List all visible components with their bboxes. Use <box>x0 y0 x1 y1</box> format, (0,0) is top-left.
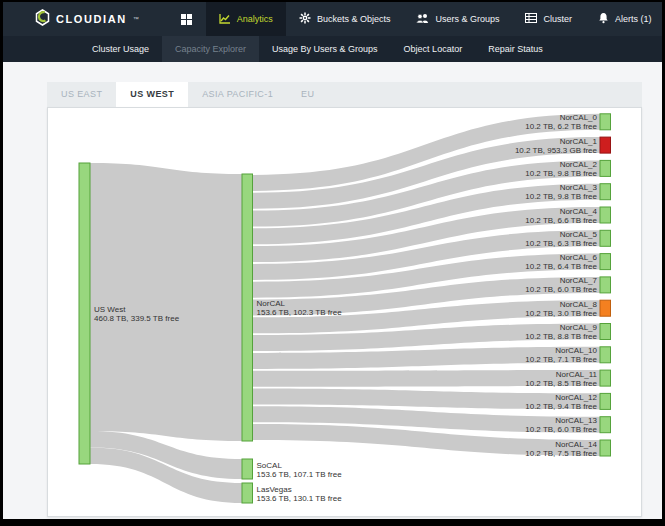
label-norcal_7-capacity: 10.2 TB, 6.0 TB free <box>525 285 597 294</box>
node-norcal_11[interactable] <box>600 370 611 386</box>
label-lasvegas: LasVegas <box>257 485 292 494</box>
label-norcal_12: NorCAL_12 <box>555 393 597 402</box>
tab-us-west[interactable]: US WEST <box>116 82 188 107</box>
label-norcal_6: NorCAL_6 <box>560 253 598 262</box>
nav-alerts[interactable]: Alerts (1) <box>585 2 662 36</box>
label-norcal_2: NorCAL_2 <box>560 160 598 169</box>
label-norcal_10: NorCAL_10 <box>555 346 597 355</box>
node-norcal_7[interactable] <box>600 277 611 293</box>
label-norcal_4: NorCAL_4 <box>560 207 598 216</box>
label-norcal_8-capacity: 10.2 TB, 3.0 TB free <box>525 309 597 318</box>
label-norcal_10-capacity: 10.2 TB, 7.1 TB free <box>525 355 597 364</box>
nav-users-groups[interactable]: Users & Groups <box>403 2 512 36</box>
label-norcal_3-capacity: 10.2 TB, 9.8 TB free <box>525 192 597 201</box>
nav-buckets-objects[interactable]: Buckets & Objects <box>286 2 404 36</box>
label-norcal: NorCAL <box>257 299 286 308</box>
tab-us-east[interactable]: US EAST <box>47 82 116 107</box>
brand-name: CLOUDIAN <box>56 13 127 25</box>
label-norcal_9: NorCAL_9 <box>560 323 598 332</box>
label-norcal_2-capacity: 10.2 TB, 9.8 TB free <box>525 169 597 178</box>
label-socal-capacity: 153.6 TB, 107.1 TB free <box>257 470 343 479</box>
label-norcal_7: NorCAL_7 <box>560 276 598 285</box>
subnav-usage-by-users-groups[interactable]: Usage By Users & Groups <box>259 36 391 62</box>
label-socal: SoCAL <box>257 461 283 470</box>
label-norcal_6-capacity: 10.2 TB, 6.4 TB free <box>525 262 597 271</box>
node-norcal[interactable] <box>242 174 253 441</box>
cloudian-shield-icon <box>35 9 50 30</box>
label-norcal_5-capacity: 10.2 TB, 6.3 TB free <box>525 239 597 248</box>
label-norcal_1-capacity: 10.2 TB, 953.3 GB free <box>515 146 598 155</box>
label-norcal_9-capacity: 10.2 TB, 8.8 TB free <box>525 332 597 341</box>
label-norcal_13-capacity: 10.2 TB, 6.0 TB free <box>525 425 597 434</box>
node-lasvegas[interactable] <box>242 483 253 503</box>
region-tabs: US EAST US WEST ASIA PACIFIC-1 EU <box>47 82 642 107</box>
main-menu: Analytics Buckets & Object <box>206 2 662 36</box>
node-norcal_10[interactable] <box>600 347 611 363</box>
node-norcal_6[interactable] <box>600 254 611 270</box>
nav-analytics[interactable]: Analytics <box>206 2 286 36</box>
node-norcal_3[interactable] <box>600 184 611 200</box>
node-socal[interactable] <box>242 459 253 479</box>
label-norcal_3: NorCAL_3 <box>560 183 598 192</box>
node-norcal_12[interactable] <box>600 393 611 409</box>
node-norcal_8[interactable] <box>600 300 611 316</box>
label-norcal_14-capacity: 10.2 TB, 7.5 TB free <box>525 449 597 458</box>
node-norcal_13[interactable] <box>600 417 611 433</box>
label-norcal_1: NorCAL_1 <box>560 137 598 146</box>
node-norcal_1[interactable] <box>600 137 611 153</box>
label-norcal_4-capacity: 10.2 TB, 6.6 TB free <box>525 216 597 225</box>
label-norcal_11: NorCAL_11 <box>556 370 598 379</box>
analytics-chart-icon <box>219 13 231 26</box>
subnav-object-locator[interactable]: Object Locator <box>391 36 476 62</box>
label-lasvegas-capacity: 153.6 TB, 130.1 TB free <box>257 494 343 503</box>
bell-icon <box>598 12 609 26</box>
nav-cluster[interactable]: Cluster <box>512 2 585 36</box>
node-norcal_4[interactable] <box>600 207 611 223</box>
tab-asia-pacific-1[interactable]: ASIA PACIFIC-1 <box>188 82 287 107</box>
label-norcal_8: NorCAL_8 <box>560 300 598 309</box>
analytics-subnav: Cluster Usage Capacity Explorer Usage By… <box>3 36 662 62</box>
subnav-cluster-usage[interactable]: Cluster Usage <box>79 36 162 62</box>
users-icon <box>416 13 429 26</box>
node-norcal_9[interactable] <box>600 324 611 340</box>
node-us west[interactable] <box>79 163 90 464</box>
subnav-capacity-explorer[interactable]: Capacity Explorer <box>162 36 259 62</box>
node-norcal_5[interactable] <box>600 230 611 246</box>
label-norcal_0-capacity: 10.2 TB, 6.2 TB free <box>525 122 597 131</box>
label-norcal_0: NorCAL_0 <box>560 113 598 122</box>
label-norcal_12-capacity: 10.2 TB, 9.4 TB free <box>525 402 597 411</box>
top-navigation: CLOUDIAN ™ Analytics <box>3 2 662 36</box>
cluster-grid-icon <box>525 13 537 25</box>
brand-trademark: ™ <box>133 16 139 22</box>
label-us west-capacity: 460.8 TB, 339.5 TB free <box>94 314 180 323</box>
cloudian-logo[interactable]: CLOUDIAN ™ <box>35 2 139 36</box>
label-norcal_13: NorCAL_13 <box>555 416 597 425</box>
capacity-sankey-panel: US West460.8 TB, 339.5 TB freeNorCAL153.… <box>47 107 642 517</box>
label-us west: US West <box>94 305 126 314</box>
gear-icon <box>299 12 311 26</box>
label-norcal_11-capacity: 10.2 TB, 8.5 TB free <box>525 379 597 388</box>
app-window: CLOUDIAN ™ Analytics <box>3 2 662 519</box>
label-norcal_14: NorCAL_14 <box>555 440 597 449</box>
label-norcal-capacity: 153.6 TB, 102.3 TB free <box>257 308 343 317</box>
label-norcal_5: NorCAL_5 <box>560 230 598 239</box>
tab-eu[interactable]: EU <box>287 82 328 107</box>
subnav-repair-status[interactable]: Repair Status <box>475 36 556 62</box>
node-norcal_14[interactable] <box>600 440 611 456</box>
app-grid-icon[interactable] <box>181 2 192 36</box>
link-uswest-norcal <box>90 163 242 441</box>
capacity-sankey-chart: US West460.8 TB, 339.5 TB freeNorCAL153.… <box>48 108 641 516</box>
node-norcal_0[interactable] <box>600 114 611 130</box>
capacity-explorer-content: US EAST US WEST ASIA PACIFIC-1 EU US Wes… <box>3 62 662 517</box>
node-norcal_2[interactable] <box>600 160 611 176</box>
